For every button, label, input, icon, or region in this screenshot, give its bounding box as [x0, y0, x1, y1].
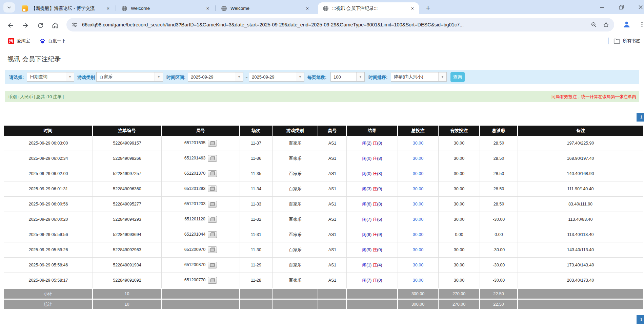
site-info-icon[interactable]	[71, 21, 78, 28]
dropdown-arrow-icon[interactable]: ▼	[155, 72, 163, 81]
round-replay-button[interactable]	[208, 277, 217, 284]
cell-round-number: 651200970	[162, 242, 240, 258]
search-button[interactable]: 查询	[450, 72, 465, 82]
column-header: 总派彩	[480, 126, 518, 136]
cell-remark: 168.90/197.40	[518, 151, 643, 166]
dropdown-arrow-icon[interactable]: ▼	[296, 72, 304, 81]
cell-session: 11-37	[240, 136, 273, 151]
cell-round-number: 651201463	[162, 151, 240, 166]
total-bet-link[interactable]: 30.00	[413, 156, 423, 161]
cell-round-number: 651200870	[162, 258, 240, 273]
game-type-select[interactable]: 百家乐 ▼	[96, 72, 163, 82]
round-replay-button[interactable]	[208, 170, 217, 177]
cell-bet-number: 522849093694	[93, 227, 162, 242]
sort-select[interactable]: 降幂(由大到小) ▼	[391, 72, 447, 82]
total-bet-link[interactable]: 30.00	[413, 247, 423, 252]
round-replay-button[interactable]	[208, 186, 217, 192]
round-replay-button[interactable]	[208, 201, 217, 208]
minimize-button[interactable]	[594, 0, 610, 14]
total-bet-link[interactable]: 30.00	[413, 217, 423, 222]
total-bet-link[interactable]: 30.00	[413, 171, 423, 176]
summary-bar: 币别 : 人民币 | 总共 :10 注单 | 同局有效投注，统一计算在该局第一张…	[5, 91, 639, 102]
dropdown-arrow-icon[interactable]: ▼	[66, 72, 74, 81]
back-button[interactable]	[5, 20, 16, 31]
cell-game-type: 百家乐	[273, 242, 318, 258]
cell-remark: 83.40/111.90	[518, 197, 643, 212]
reload-button[interactable]	[35, 20, 46, 31]
cell-time: 2025-09-29 06:03:00	[4, 136, 93, 151]
cell-table-number: AS1	[318, 166, 347, 181]
tab-close-icon[interactable]: ×	[105, 5, 111, 12]
round-number-text: 651200870	[184, 262, 206, 267]
table-row: 2025-09-29 06:02:34522849098266651201463…	[4, 151, 643, 166]
home-button[interactable]	[49, 20, 61, 31]
bookmark-baidu[interactable]: 百度一下	[39, 37, 66, 45]
bookmark-star-icon[interactable]	[603, 21, 609, 28]
browser-menu-button[interactable]	[637, 19, 644, 30]
tab-forum[interactable]: 【新提醒】海燕论坛 - 博学交流 ×	[17, 2, 115, 14]
dropdown-arrow-icon[interactable]: ▼	[438, 72, 446, 81]
zoom-icon[interactable]	[590, 21, 597, 28]
table-row: 2025-09-29 05:59:56522849093694651201044…	[4, 227, 643, 242]
round-replay-button[interactable]	[208, 246, 217, 253]
tab-bet-records-active[interactable]: :::视讯 会员下注纪录::: ×	[318, 2, 419, 14]
cell-bet-number: 522849092963	[93, 242, 162, 258]
date-start-select[interactable]: 2025-09-29 ▼	[188, 72, 243, 82]
total-bet-link[interactable]: 30.00	[413, 187, 423, 191]
result-banker-label: 庄	[371, 278, 377, 283]
cell-valid-bet: 30.00	[439, 197, 480, 212]
tab-welcome-1[interactable]: Welcome ×	[117, 2, 214, 14]
dropdown-arrow-icon[interactable]: ▼	[356, 72, 364, 81]
result-player-label: 闲	[362, 187, 366, 191]
bookmark-taobao[interactable]: 淘 爱淘宝	[8, 37, 30, 45]
footer-cell: 270.00	[439, 288, 480, 299]
page-size-label: 每页笔数:	[307, 74, 326, 81]
new-tab-button[interactable]: +	[423, 3, 433, 13]
cell-valid-bet: 30.00	[439, 258, 480, 273]
column-header: 有效投注	[439, 126, 480, 136]
total-bet-link[interactable]: 30.00	[413, 278, 423, 283]
window-close-button[interactable]	[633, 0, 644, 14]
cell-result: 闲(1) 庄(4)	[347, 258, 398, 273]
cell-session: 11-28	[240, 273, 273, 288]
pagination-page-1[interactable]: 1	[637, 113, 644, 122]
round-replay-button[interactable]	[208, 140, 217, 147]
dropdown-arrow-icon[interactable]: ▼	[235, 72, 243, 81]
cell-session: 11-34	[240, 181, 273, 197]
tab-close-icon[interactable]: ×	[409, 5, 416, 12]
date-end-select[interactable]: 2025-09-29 ▼	[249, 72, 304, 82]
page-size-select[interactable]: 100 ▼	[330, 72, 365, 82]
result-player-label: 闲	[362, 217, 366, 222]
profile-button[interactable]	[621, 19, 632, 30]
round-replay-button[interactable]	[208, 262, 217, 268]
browser-toolbar: 66cxkj98.com/game/betrecord_search/kind3…	[0, 14, 644, 35]
cell-bet-number: 522849095277	[93, 197, 162, 212]
table-row: 2025-09-29 05:58:17522849091092651200770…	[4, 273, 643, 288]
pagination-page-1[interactable]: 1	[637, 315, 644, 324]
total-bet-link[interactable]: 30.00	[413, 141, 423, 146]
globe-favicon-icon	[221, 5, 227, 12]
cell-valid-bet: 30.00	[439, 181, 480, 197]
folder-icon	[613, 38, 620, 44]
cell-round-number: 651201203	[162, 197, 240, 212]
total-bet-link[interactable]: 30.00	[413, 202, 423, 207]
tab-title: 【新提醒】海燕论坛 - 博学交流	[31, 5, 102, 12]
round-replay-button[interactable]	[208, 155, 217, 162]
tab-close-icon[interactable]: ×	[304, 5, 310, 12]
round-replay-button[interactable]	[208, 231, 217, 238]
tab-close-icon[interactable]: ×	[205, 5, 211, 12]
tab-search-chevron-button[interactable]	[3, 2, 15, 13]
footer-cell	[240, 299, 273, 309]
cell-game-type: 百家乐	[273, 197, 318, 212]
url-text[interactable]: 66cxkj98.com/game/betrecord_search/kind3…	[82, 22, 590, 27]
total-bet-link[interactable]: 30.00	[413, 263, 423, 267]
round-replay-button[interactable]	[208, 216, 217, 223]
all-bookmarks-button[interactable]: 所有书签	[613, 37, 640, 45]
restore-button[interactable]	[613, 0, 629, 14]
tab-welcome-2[interactable]: Welcome ×	[216, 2, 314, 14]
total-bet-link[interactable]: 30.00	[413, 232, 423, 237]
forward-button[interactable]	[20, 20, 31, 31]
profile-icon	[623, 20, 631, 28]
address-bar[interactable]: 66cxkj98.com/game/betrecord_search/kind3…	[66, 18, 614, 31]
query-type-select[interactable]: 日期查询 ▼	[27, 72, 74, 82]
